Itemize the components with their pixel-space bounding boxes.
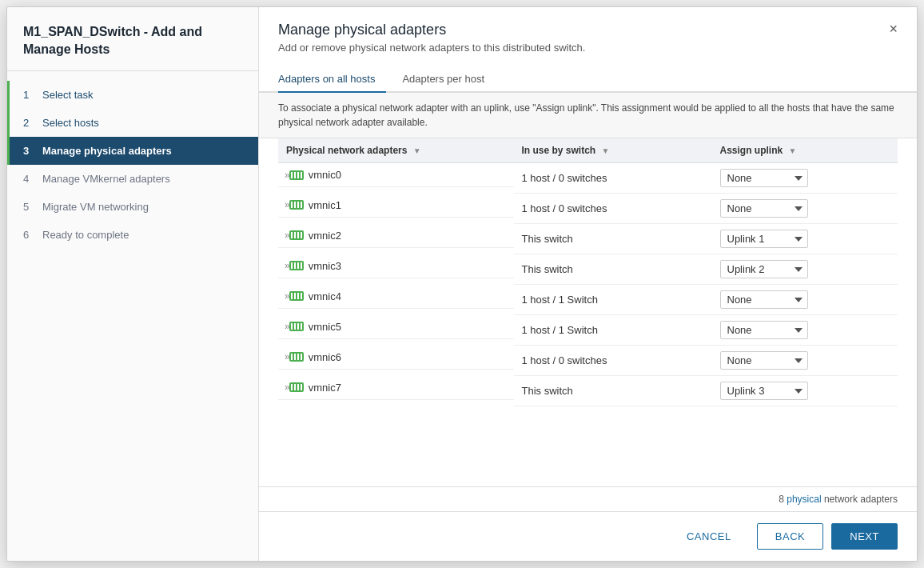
uplink-select[interactable]: NoneUplink 1Uplink 2Uplink 3Uplink 4 <box>720 321 808 339</box>
bottom-bar: CANCEL BACK NEXT <box>259 511 917 561</box>
inuse-cell: 1 host / 1 Switch <box>514 285 712 315</box>
cancel-button[interactable]: CANCEL <box>669 524 749 549</box>
inuse-cell: This switch <box>514 224 712 254</box>
table-header-row: Physical network adapters ▼ In use by sw… <box>278 138 898 163</box>
step-label: Select task <box>42 89 94 101</box>
adapter-name: vmnic5 <box>309 321 341 333</box>
uplink-cell[interactable]: NoneUplink 1Uplink 2Uplink 3Uplink 4 <box>712 285 898 315</box>
uplink-select[interactable]: NoneUplink 1Uplink 2Uplink 3Uplink 4 <box>720 230 808 248</box>
table-container[interactable]: Physical network adapters ▼ In use by sw… <box>259 138 917 486</box>
expand-cell[interactable]: » vmnic7 <box>278 376 514 400</box>
step-number: 5 <box>23 201 34 213</box>
inuse-cell: This switch <box>514 254 712 285</box>
uplink-cell[interactable]: NoneUplink 1Uplink 2Uplink 3Uplink 4 <box>712 163 898 194</box>
inuse-cell: 1 host / 0 switches <box>514 194 712 224</box>
expand-icon[interactable]: » <box>285 260 289 271</box>
sidebar-step-4: 4Manage VMkernel adapters <box>7 165 258 193</box>
uplink-select[interactable]: NoneUplink 1Uplink 2Uplink 3Uplink 4 <box>720 351 808 370</box>
nic-icon <box>289 322 304 331</box>
tab-1[interactable]: Adapters per host <box>402 68 496 93</box>
expand-icon[interactable]: » <box>285 351 289 362</box>
expand-icon[interactable]: » <box>285 321 289 332</box>
sidebar-steps: 1Select task2Select hosts3Manage physica… <box>7 71 258 258</box>
expand-icon[interactable]: » <box>285 199 289 210</box>
table-footer: 8 physical network adapters <box>259 486 917 511</box>
content-header: Manage physical adapters × <box>259 7 917 38</box>
uplink-select[interactable]: NoneUplink 1Uplink 2Uplink 3Uplink 4 <box>720 382 808 400</box>
sidebar-step-3: 3Manage physical adapters <box>7 137 258 165</box>
nic-icon <box>289 291 304 301</box>
table-row: » vmnic11 host / 0 switchesNoneUplink 1U… <box>278 194 898 224</box>
filter-uplink-icon[interactable]: ▼ <box>789 146 797 155</box>
table-row: » vmnic3This switchNoneUplink 1Uplink 2U… <box>278 254 898 285</box>
inuse-cell: 1 host / 1 Switch <box>514 315 712 346</box>
sidebar-step-1: 1Select task <box>7 81 258 109</box>
uplink-select[interactable]: NoneUplink 1Uplink 2Uplink 3Uplink 4 <box>720 199 808 218</box>
footer-count: 8 physical network adapters <box>779 494 898 505</box>
step-number: 2 <box>23 117 34 129</box>
uplink-cell[interactable]: NoneUplink 1Uplink 2Uplink 3Uplink 4 <box>712 376 898 406</box>
step-label: Manage VMkernel adapters <box>42 173 170 185</box>
close-button[interactable]: × <box>889 22 898 36</box>
nic-icon <box>289 261 304 270</box>
expand-cell[interactable]: » vmnic0 <box>278 163 514 187</box>
filter-adapter-icon[interactable]: ▼ <box>413 146 421 155</box>
dialog: M1_SPAN_DSwitch - Add and Manage Hosts 1… <box>6 6 918 562</box>
expand-icon[interactable]: » <box>285 230 289 241</box>
sidebar-step-2: 2Select hosts <box>7 109 258 137</box>
nic-icon <box>289 352 304 362</box>
step-number: 3 <box>23 145 34 157</box>
nic-icon <box>289 200 304 210</box>
tab-0[interactable]: Adapters on all hosts <box>278 68 386 93</box>
expand-cell[interactable]: » vmnic3 <box>278 254 514 278</box>
step-label: Migrate VM networking <box>42 201 149 213</box>
expand-cell[interactable]: » vmnic2 <box>278 224 514 248</box>
uplink-cell[interactable]: NoneUplink 1Uplink 2Uplink 3Uplink 4 <box>712 194 898 224</box>
table-row: » vmnic61 host / 0 switchesNoneUplink 1U… <box>278 346 898 376</box>
uplink-select[interactable]: NoneUplink 1Uplink 2Uplink 3Uplink 4 <box>720 169 808 187</box>
sidebar-step-6: 6Ready to complete <box>7 221 258 249</box>
table-body: » vmnic01 host / 0 switchesNoneUplink 1U… <box>278 163 898 406</box>
filter-inuse-icon[interactable]: ▼ <box>602 146 610 155</box>
step-label: Manage physical adapters <box>42 145 172 157</box>
adapter-name: vmnic0 <box>309 169 341 181</box>
adapter-name: vmnic2 <box>309 230 341 242</box>
tabs-row: Adapters on all hostsAdapters per host <box>259 58 917 93</box>
uplink-cell[interactable]: NoneUplink 1Uplink 2Uplink 3Uplink 4 <box>712 315 898 346</box>
col-header-inuse: In use by switch ▼ <box>514 138 712 163</box>
expand-cell[interactable]: » vmnic6 <box>278 346 514 370</box>
expand-cell[interactable]: » vmnic5 <box>278 315 514 339</box>
next-button[interactable]: NEXT <box>831 523 898 550</box>
step-number: 6 <box>23 229 34 241</box>
table-row: » vmnic7This switchNoneUplink 1Uplink 2U… <box>278 376 898 406</box>
expand-cell[interactable]: » vmnic4 <box>278 285 514 309</box>
step-number: 1 <box>23 89 34 101</box>
adapter-name: vmnic1 <box>309 199 341 211</box>
expand-cell[interactable]: » vmnic1 <box>278 194 514 218</box>
expand-icon[interactable]: » <box>285 382 289 393</box>
adapter-name: vmnic7 <box>309 382 341 394</box>
adapter-name: vmnic4 <box>309 290 341 302</box>
table-row: » vmnic01 host / 0 switchesNoneUplink 1U… <box>278 163 898 194</box>
uplink-select[interactable]: NoneUplink 1Uplink 2Uplink 3Uplink 4 <box>720 290 808 309</box>
back-button[interactable]: BACK <box>757 523 823 550</box>
expand-icon[interactable]: » <box>285 290 289 302</box>
table-row: » vmnic2This switchNoneUplink 1Uplink 2U… <box>278 224 898 254</box>
content-panel: Manage physical adapters × Add or remove… <box>259 7 917 561</box>
uplink-cell[interactable]: NoneUplink 1Uplink 2Uplink 3Uplink 4 <box>712 346 898 376</box>
step-number: 4 <box>23 173 34 185</box>
adapter-name: vmnic3 <box>309 260 341 272</box>
nic-icon <box>289 230 304 240</box>
expand-icon[interactable]: » <box>285 170 289 181</box>
table-row: » vmnic41 host / 1 SwitchNoneUplink 1Upl… <box>278 285 898 315</box>
uplink-cell[interactable]: NoneUplink 1Uplink 2Uplink 3Uplink 4 <box>712 254 898 285</box>
sidebar-step-5: 5Migrate VM networking <box>7 193 258 221</box>
step-label: Ready to complete <box>42 229 129 241</box>
inuse-cell: 1 host / 0 switches <box>514 346 712 376</box>
uplink-cell[interactable]: NoneUplink 1Uplink 2Uplink 3Uplink 4 <box>712 224 898 254</box>
nic-icon <box>289 170 304 180</box>
inuse-cell: 1 host / 0 switches <box>514 163 712 194</box>
sidebar-title: M1_SPAN_DSwitch - Add and Manage Hosts <box>7 7 258 71</box>
adapters-table: Physical network adapters ▼ In use by sw… <box>278 138 898 406</box>
uplink-select[interactable]: NoneUplink 1Uplink 2Uplink 3Uplink 4 <box>720 260 808 278</box>
